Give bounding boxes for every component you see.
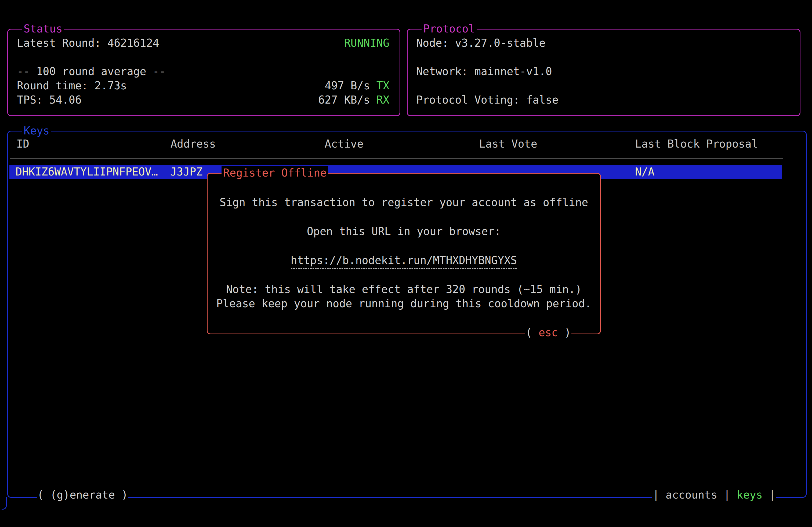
keys-panel-title: Keys <box>22 124 51 138</box>
modal-url-line: https://b.nodekit.run/MTHXDHYBNGYXS <box>207 253 600 268</box>
latest-round-value: Latest Round: 46216124 <box>17 36 159 50</box>
protocol-panel-title: Protocol <box>422 22 477 36</box>
column-header-last-vote: Last Vote <box>479 137 537 151</box>
column-header-address: Address <box>171 137 216 151</box>
status-panel-title: Status <box>22 22 64 36</box>
register-offline-modal-title: Register Offline <box>221 166 328 180</box>
protocol-voting: Protocol Voting: false <box>416 93 559 107</box>
bottom-nav: | accounts | keys | <box>652 488 776 502</box>
tps-value: TPS: 54.06 <box>17 93 82 107</box>
nav-pipe: | <box>769 488 775 502</box>
tx-label: TX <box>376 79 389 92</box>
tab-accounts[interactable]: accounts <box>666 488 717 502</box>
terminal-screen: Status Latest Round: 46216124 RUNNING --… <box>0 0 812 527</box>
tx-rate-value: 497 B/s <box>325 79 370 92</box>
column-header-id: ID <box>16 137 29 151</box>
esc-key-label: esc <box>539 326 558 340</box>
rx-rate: 627 KB/s RX <box>318 93 389 107</box>
row-cell-id: DHKIZ6WAVTYLIIPNFPEOV… <box>16 165 158 179</box>
modal-sign-text: Sign this transaction to register your a… <box>207 195 600 210</box>
rx-rate-value: 627 KB/s <box>318 94 370 106</box>
status-panel: Status Latest Round: 46216124 RUNNING --… <box>7 29 400 116</box>
tps-line: TPS: 54.06 627 KB/s RX <box>17 93 389 107</box>
status-round-line: Latest Round: 46216124 RUNNING <box>17 36 389 50</box>
row-cell-last-block-proposal: N/A <box>635 165 654 179</box>
round-average-header: -- 100 round average -- <box>17 64 166 79</box>
column-header-active: Active <box>325 137 364 151</box>
modal-note-line1: Note: this will take effect after 320 ro… <box>207 282 600 297</box>
round-time-line: Round time: 2.73s 497 B/s TX <box>17 79 389 93</box>
network-name: Network: mainnet-v1.0 <box>416 64 552 79</box>
tab-keys[interactable]: keys <box>737 488 763 502</box>
tx-rate: 497 B/s TX <box>325 79 389 93</box>
stray-border-corner-glyph <box>2 497 7 510</box>
protocol-panel: Protocol Node: v3.27.0-stable Network: m… <box>407 29 800 116</box>
esc-paren-close: ) <box>564 326 571 340</box>
generate-button[interactable]: ( (g)enerate ) <box>37 488 128 502</box>
row-cell-address: J3JPZ <box>170 165 202 179</box>
round-time-value: Round time: 2.73s <box>17 79 127 93</box>
rx-label: RX <box>376 94 389 106</box>
esc-paren-open: ( <box>526 326 532 340</box>
modal-note-line2: Please keep your node running during thi… <box>207 297 600 311</box>
modal-open-url-text: Open this URL in your browser: <box>207 224 600 239</box>
node-state-badge: RUNNING <box>344 36 389 50</box>
column-header-last-block-proposal: Last Block Proposal <box>635 137 758 151</box>
nav-pipe: | <box>653 488 659 502</box>
node-version: Node: v3.27.0-stable <box>416 36 546 50</box>
register-offline-modal: Register Offline Sign this transaction t… <box>207 173 601 334</box>
nav-pipe: | <box>724 488 730 502</box>
table-header-separator <box>10 158 783 159</box>
signing-url-link[interactable]: https://b.nodekit.run/MTHXDHYBNGYXS <box>291 253 517 269</box>
esc-button[interactable]: ( esc ) <box>525 326 571 340</box>
